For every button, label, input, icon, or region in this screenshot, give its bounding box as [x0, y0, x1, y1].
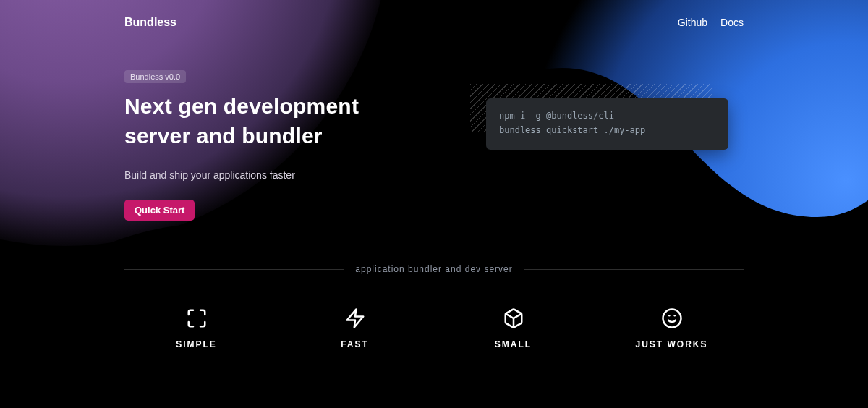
feature-label: SMALL	[495, 339, 532, 349]
brand-logo[interactable]: Bundless	[124, 16, 176, 29]
divider-line	[124, 269, 344, 270]
feature-label: JUST WORKS	[635, 339, 707, 349]
site-header: Bundless Github Docs	[124, 0, 744, 29]
nav-link-github[interactable]: Github	[678, 17, 707, 28]
feature-label: FAST	[341, 339, 369, 349]
svg-marker-0	[346, 310, 363, 328]
svg-point-2	[663, 310, 681, 328]
smile-icon	[661, 307, 683, 329]
divider-line	[524, 269, 744, 270]
code-snippet-card: npm i -g @bundless/cli bundless quicksta…	[486, 98, 728, 150]
hero-section: Bundless v0.0 Next gen development serve…	[124, 69, 744, 221]
features-row: SIMPLE FAST SMALL	[124, 307, 744, 349]
version-badge: Bundless v0.0	[124, 70, 186, 83]
page-title: Next gen development server and bundler	[124, 92, 385, 150]
package-icon	[503, 307, 524, 329]
quick-start-button[interactable]: Quick Start	[124, 200, 195, 221]
section-divider: application bundler and dev server	[124, 264, 744, 274]
page-subtitle: Build and ship your applications faster	[124, 169, 744, 181]
code-snippet[interactable]: npm i -g @bundless/cli bundless quicksta…	[486, 98, 728, 150]
divider-label: application bundler and dev server	[355, 264, 512, 274]
feature-simple: SIMPLE	[124, 307, 268, 349]
feature-small: SMALL	[441, 307, 585, 349]
nav-link-docs[interactable]: Docs	[720, 17, 744, 28]
maximize-icon	[186, 307, 208, 329]
feature-just-works: JUST WORKS	[600, 307, 744, 349]
zap-icon	[344, 307, 366, 329]
primary-nav: Github Docs	[678, 17, 744, 28]
feature-label: SIMPLE	[176, 339, 217, 349]
feature-fast: FAST	[283, 307, 427, 349]
